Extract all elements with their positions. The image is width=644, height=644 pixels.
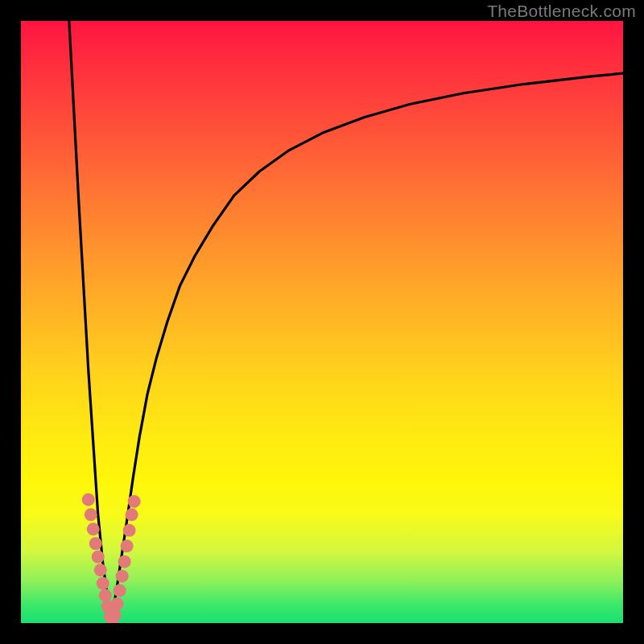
chart-svg — [21, 21, 623, 623]
marker-dot — [92, 551, 105, 564]
chart-frame: TheBottleneck.com — [0, 0, 644, 644]
marker-dot — [89, 537, 102, 550]
marker-dot — [118, 555, 131, 568]
marker-dot — [126, 508, 138, 521]
marker-dot — [94, 564, 107, 576]
marker-dot — [82, 493, 95, 506]
marker-dots — [82, 493, 141, 623]
plot-area — [21, 21, 623, 623]
marker-dot — [99, 589, 112, 602]
marker-dot — [128, 495, 141, 508]
marker-dot — [123, 524, 136, 537]
marker-dot — [116, 570, 129, 583]
marker-dot — [114, 584, 126, 597]
right-branch-line — [110, 73, 623, 623]
marker-dot — [109, 609, 122, 621]
marker-dot — [121, 539, 134, 552]
marker-dot — [111, 597, 124, 610]
curve-group — [69, 21, 623, 623]
marker-dot — [87, 522, 100, 535]
watermark-text: TheBottleneck.com — [487, 2, 636, 21]
marker-dot — [97, 577, 109, 590]
marker-dot — [85, 508, 97, 521]
